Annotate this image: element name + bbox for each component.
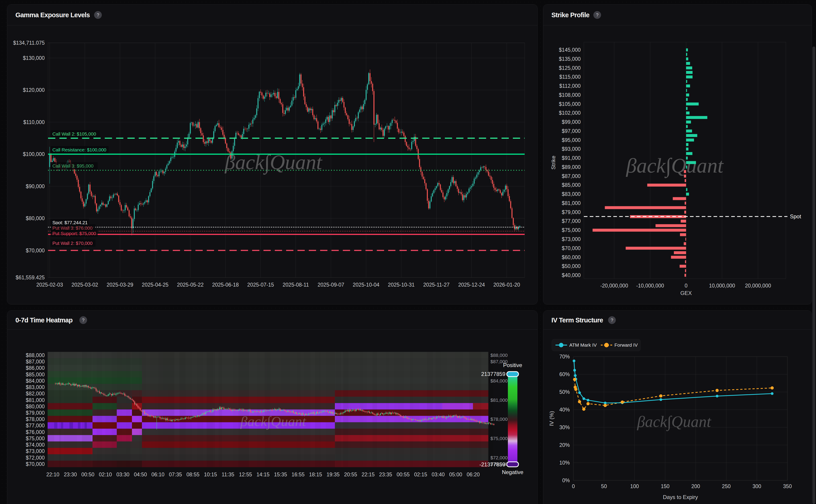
svg-text:$40,000: $40,000 [562,272,581,278]
svg-text:$75,000: $75,000 [26,436,45,441]
svg-text:40%: 40% [559,407,570,413]
svg-text:$87,000: $87,000 [26,359,45,365]
svg-text:07:35: 07:35 [169,472,182,477]
svg-text:2025-10-04: 2025-10-04 [353,282,380,288]
svg-text:$110,000: $110,000 [23,119,45,125]
svg-text:200: 200 [691,483,700,489]
svg-text:-10,000,000: -10,000,000 [636,283,664,289]
svg-text:$105,000: $105,000 [559,101,581,107]
svg-text:$82,000: $82,000 [26,391,45,397]
svg-text:100: 100 [630,483,639,489]
svg-text:$90,000: $90,000 [26,183,45,189]
svg-text:20,000,000: 20,000,000 [745,283,771,289]
svg-text:$120,000: $120,000 [23,87,45,93]
svg-text:$72,000: $72,000 [26,455,45,461]
svg-text:06:10: 06:10 [151,472,165,477]
svg-text:$50,000: $50,000 [562,263,581,269]
svg-text:$83,000: $83,000 [26,384,45,390]
svg-text:$79,000: $79,000 [562,209,581,215]
svg-text:04:50: 04:50 [134,472,147,477]
svg-text:$73,000: $73,000 [26,448,45,454]
svg-text:$81,000: $81,000 [490,397,508,403]
svg-text:02:10: 02:10 [99,472,112,477]
svg-text:$77,000: $77,000 [26,423,45,429]
svg-text:2025-12-24: 2025-12-24 [458,282,485,288]
svg-text:Call Resistance: $100,000: Call Resistance: $100,000 [52,147,106,152]
svg-text:20%: 20% [559,442,570,448]
svg-text:50: 50 [601,483,607,489]
svg-text:$72,000: $72,000 [490,455,508,460]
svg-text:250: 250 [722,483,731,489]
svg-text:2025-09-07: 2025-09-07 [318,282,344,288]
svg-text:$115,000: $115,000 [559,74,581,80]
svg-text:$73,000: $73,000 [562,236,581,242]
svg-text:$74,000: $74,000 [26,442,45,448]
svg-text:23:35: 23:35 [379,472,392,477]
svg-text:βack∫Quant: βack∫Quant [240,414,307,430]
svg-text:Strike: Strike [550,156,556,169]
svg-text:08:55: 08:55 [186,472,200,477]
svg-text:$97,000: $97,000 [562,128,581,134]
svg-text:300: 300 [753,483,761,489]
svg-text:0%: 0% [562,477,570,483]
svg-text:$70,000: $70,000 [26,248,45,253]
svg-text:2025-05-22: 2025-05-22 [177,282,204,288]
svg-text:$76,000: $76,000 [26,429,45,435]
svg-text:2025-08-11: 2025-08-11 [283,282,309,288]
svg-text:$81,000: $81,000 [26,397,45,403]
svg-text:2026-01-20: 2026-01-20 [493,282,520,288]
svg-text:$88,000: $88,000 [490,353,508,358]
svg-text:ATM Mark IV: ATM Mark IV [569,342,597,348]
svg-text:$135,000: $135,000 [559,56,581,62]
svg-text:02:15: 02:15 [414,472,427,477]
svg-text:14:15: 14:15 [256,472,270,477]
svg-text:50%: 50% [559,389,570,395]
svg-text:$75,000: $75,000 [562,227,581,233]
svg-text:$89,000: $89,000 [562,164,581,170]
svg-text:$85,000: $85,000 [26,372,45,377]
svg-text:Spot: Spot [790,213,801,219]
svg-text:Put Wall 2: $70,000: Put Wall 2: $70,000 [52,241,93,246]
svg-text:2025-06-18: 2025-06-18 [212,282,239,288]
svg-text:$75,000: $75,000 [490,436,508,441]
svg-text:2025-03-02: 2025-03-02 [71,282,98,288]
svg-text:350: 350 [783,483,792,489]
svg-text:21377859: 21377859 [481,371,505,377]
svg-text:$79,000: $79,000 [26,410,45,416]
svg-text:$108,000: $108,000 [559,92,581,98]
svg-text:Put Support: $75,000: Put Support: $75,000 [52,231,96,236]
svg-text:$61,559.425: $61,559.425 [16,275,45,280]
svg-text:$100,000: $100,000 [23,151,45,157]
svg-text:03:40: 03:40 [432,472,445,477]
svg-text:03:30: 03:30 [116,472,129,477]
svg-text:18:15: 18:15 [309,472,322,477]
svg-text:$84,000: $84,000 [26,378,45,384]
svg-text:00:55: 00:55 [397,472,410,477]
svg-text:βack∫Quant: βack∫Quant [626,154,724,178]
svg-text:60%: 60% [559,371,570,377]
svg-text:20:55: 20:55 [344,472,357,477]
svg-text:2025-03-29: 2025-03-29 [107,282,133,288]
svg-text:$130,000: $130,000 [23,55,45,61]
svg-text:$134,711.075: $134,711.075 [13,40,45,46]
svg-text:$95,000: $95,000 [562,137,581,143]
svg-text:150: 150 [661,483,669,489]
svg-text:$125,000: $125,000 [559,65,581,71]
svg-text:10%: 10% [559,460,570,466]
svg-text:$102,000: $102,000 [559,110,581,116]
svg-text:30%: 30% [559,424,570,430]
svg-text:$70,000: $70,000 [26,461,45,467]
svg-text:$145,000: $145,000 [559,47,581,53]
svg-text:2025-04-25: 2025-04-25 [142,282,168,288]
svg-text:$99,000: $99,000 [562,119,581,125]
svg-text:$80,000: $80,000 [26,215,45,221]
svg-text:Negative: Negative [502,469,524,475]
svg-text:$78,000: $78,000 [26,416,45,422]
svg-text:-21377859: -21377859 [479,461,505,467]
svg-text:0: 0 [685,283,688,289]
svg-text:06:20: 06:20 [467,472,480,477]
svg-text:70%: 70% [559,354,570,360]
svg-text:$91,000: $91,000 [562,155,581,161]
svg-text:Days to Expiry: Days to Expiry [663,494,698,500]
svg-text:$70,000: $70,000 [562,245,581,251]
